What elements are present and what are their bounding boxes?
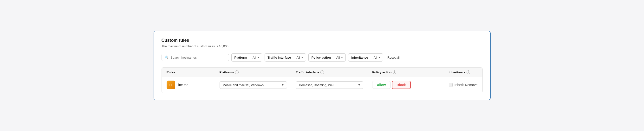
rule-name: line.me <box>178 83 188 87</box>
search-icon: 🔍 <box>165 56 169 59</box>
policy-action-filter[interactable]: Policy action All ▼ <box>308 53 346 62</box>
table-header-row: Rules Platforms i Traffic interface i Po… <box>162 68 482 77</box>
inheritance-filter-value[interactable]: All ▼ <box>371 54 383 61</box>
inherit-toggle: Inherit <box>449 83 464 87</box>
panel-subtitle: The maximum number of custom rules is 10… <box>162 44 483 48</box>
inherit-label: Inherit <box>454 83 464 87</box>
col-platforms: Platforms i <box>220 70 296 74</box>
policy-action-filter-value[interactable]: All ▼ <box>334 54 346 61</box>
col-rules: Rules <box>166 70 220 74</box>
platform-filter-arrow: ▼ <box>257 56 260 59</box>
reset-all-button[interactable]: Reset all <box>386 56 402 59</box>
traffic-interface-filter-value[interactable]: All ▼ <box>294 54 306 61</box>
inheritance-filter-label: Inheritance <box>348 54 371 61</box>
traffic-interface-value: Domestic, Roaming, Wi-Fi <box>299 83 356 87</box>
policy-cell: Allow Block <box>372 81 448 89</box>
platform-filter[interactable]: Platform All ▼ <box>231 53 262 62</box>
avatar: LI <box>166 81 175 89</box>
policy-action-filter-label: Policy action <box>309 54 334 61</box>
traffic-interface-filter-label: Traffic interface <box>265 54 294 61</box>
policy-action-info-icon: i <box>393 70 396 74</box>
custom-rules-panel: Custom rules The maximum number of custo… <box>154 31 491 100</box>
rules-table: Rules Platforms i Traffic interface i Po… <box>162 67 483 93</box>
platforms-dropdown-arrow: ▼ <box>282 83 284 87</box>
table-row: LI line.me Mobile and macOS, Windows ▼ D… <box>162 77 482 93</box>
block-button[interactable]: Block <box>392 81 411 89</box>
allow-button[interactable]: Allow <box>372 81 390 89</box>
inheritance-filter-arrow: ▼ <box>378 56 380 59</box>
inheritance-cell: Inherit Remove <box>449 83 478 87</box>
traffic-interface-filter[interactable]: Traffic interface All ▼ <box>264 53 306 62</box>
traffic-interface-dropdown-arrow: ▼ <box>358 83 361 87</box>
platforms-value: Mobile and macOS, Windows <box>223 83 280 87</box>
traffic-interface-info-icon: i <box>320 70 324 74</box>
platforms-info-icon: i <box>235 70 238 74</box>
rule-cell: LI line.me <box>166 81 220 89</box>
policy-action-filter-arrow: ▼ <box>341 56 343 59</box>
col-traffic-interface: Traffic interface i <box>296 70 372 74</box>
col-inheritance: Inheritance i <box>449 70 478 74</box>
traffic-interface-filter-arrow: ▼ <box>301 56 303 59</box>
remove-button[interactable]: Remove <box>465 83 478 87</box>
panel-title: Custom rules <box>162 38 483 43</box>
filter-bar: 🔍 Platform All ▼ Traffic interface All ▼… <box>162 53 483 62</box>
search-input[interactable] <box>171 56 226 59</box>
inherit-checkbox[interactable] <box>449 83 452 87</box>
inheritance-filter[interactable]: Inheritance All ▼ <box>348 53 383 62</box>
search-box[interactable]: 🔍 <box>162 54 229 61</box>
traffic-interface-dropdown[interactable]: Domestic, Roaming, Wi-Fi ▼ <box>296 81 363 89</box>
platform-filter-label: Platform <box>232 54 250 61</box>
platforms-dropdown[interactable]: Mobile and macOS, Windows ▼ <box>220 81 287 89</box>
platform-filter-value[interactable]: All ▼ <box>250 54 262 61</box>
inheritance-info-icon: i <box>466 70 470 74</box>
col-policy-action: Policy action i <box>372 70 448 74</box>
